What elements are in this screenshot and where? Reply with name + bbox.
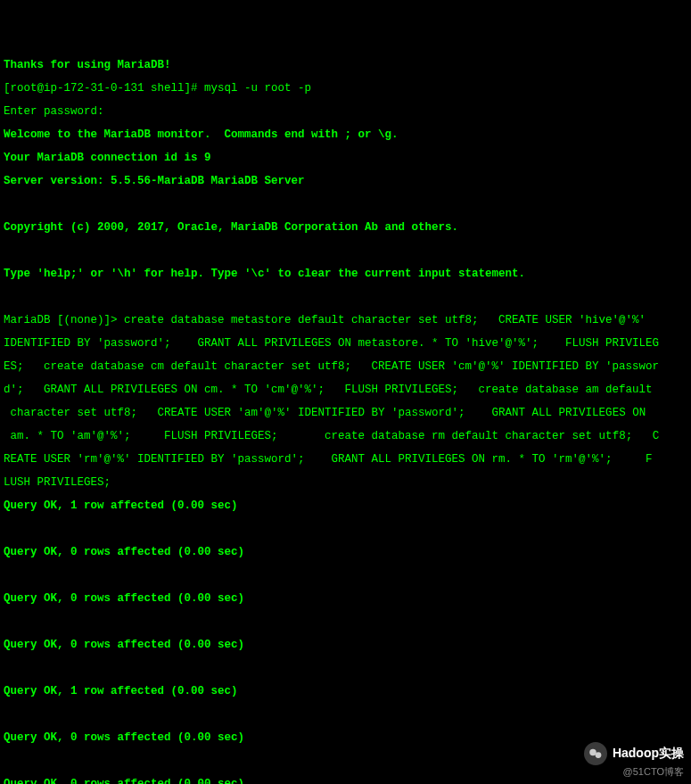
sql-block-1: character set utf8; CREATE USER 'am'@'%'… <box>4 408 687 419</box>
sql-block-1: REATE USER 'rm'@'%' IDENTIFIED BY 'passw… <box>4 454 687 466</box>
watermark-title: Hadoop实操 <box>613 747 684 760</box>
thanks-line: Thanks for using MariaDB! <box>4 60 687 71</box>
query-result: Query OK, 0 rows affected (0.00 sec) <box>4 640 687 651</box>
sql-block-1: MariaDB [(none)]> create database metast… <box>4 315 687 326</box>
copyright-line: Copyright (c) 2000, 2017, Oracle, MariaD… <box>4 222 687 234</box>
wechat-icon <box>584 742 607 765</box>
welcome-line-1: Welcome to the MariaDB monitor. Commands… <box>4 129 687 141</box>
query-result: Query OK, 0 rows affected (0.00 sec) <box>4 779 687 784</box>
sql-block-1: ES; create database cm default character… <box>4 361 687 373</box>
sql-block-1: am. * TO 'am'@'%'; FLUSH PRIVILEGES; cre… <box>4 431 687 442</box>
sql-block-1: d'; GRANT ALL PRIVILEGES ON cm. * TO 'cm… <box>4 384 687 396</box>
query-result: Query OK, 1 row affected (0.00 sec) <box>4 500 687 512</box>
sql-block-1: LUSH PRIVILEGES; <box>4 477 687 489</box>
svg-point-1 <box>596 752 602 758</box>
query-result: Query OK, 1 row affected (0.00 sec) <box>4 686 687 697</box>
sql-block-1: IDENTIFIED BY 'password'; GRANT ALL PRIV… <box>4 338 687 350</box>
shell-prompt: [root@ip-172-31-0-131 shell]# mysql -u r… <box>4 83 687 95</box>
enter-password: Enter password: <box>4 106 687 118</box>
svg-point-0 <box>589 748 596 755</box>
welcome-line-3: Server version: 5.5.56-MariaDB MariaDB S… <box>4 176 687 187</box>
query-result: Query OK, 0 rows affected (0.00 sec) <box>4 547 687 558</box>
terminal-output: Thanks for using MariaDB! [root@ip-172-3… <box>4 48 687 784</box>
watermark-sub: @51CTO博客 <box>623 767 684 777</box>
welcome-line-2: Your MariaDB connection id is 9 <box>4 153 687 164</box>
help-line: Type 'help;' or '\h' for help. Type '\c'… <box>4 268 687 280</box>
query-result: Query OK, 0 rows affected (0.00 sec) <box>4 593 687 605</box>
watermark: Hadoop实操 @51CTO博客 <box>584 742 684 777</box>
